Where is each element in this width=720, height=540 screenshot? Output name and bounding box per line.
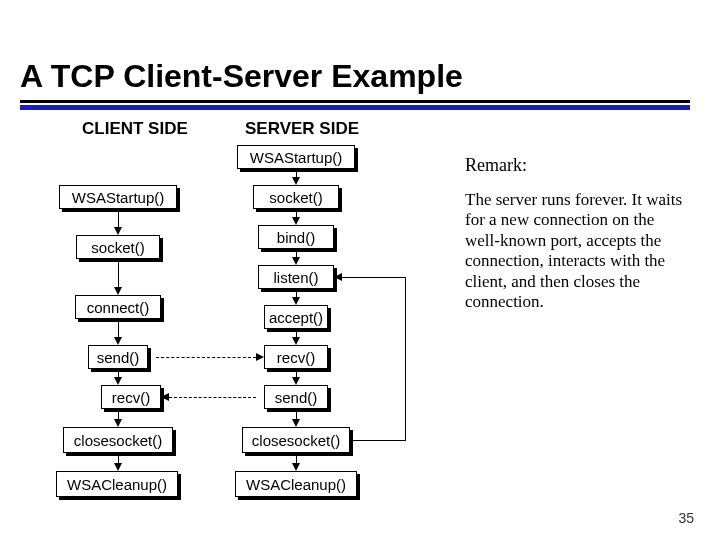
down-arrow-icon <box>292 337 300 345</box>
down-arrow-icon <box>292 297 300 305</box>
server-listen-box: listen() <box>258 265 334 289</box>
remark-body: The server runs forever. It waits for a … <box>465 190 690 312</box>
down-arrow-icon <box>292 419 300 427</box>
down-arrow-icon <box>114 227 122 235</box>
data-flow-dash <box>156 357 256 358</box>
loop-line <box>350 440 405 441</box>
down-arrow-icon <box>114 419 122 427</box>
client-column-header: CLIENT SIDE <box>82 119 188 139</box>
client-socket-box: socket() <box>76 235 160 259</box>
title-underline-thin <box>20 100 690 103</box>
loop-line <box>342 277 406 278</box>
page-number: 35 <box>678 510 694 526</box>
left-arrow-icon <box>334 273 342 281</box>
server-recv-box: recv() <box>264 345 328 369</box>
page-title: A TCP Client-Server Example <box>20 58 463 95</box>
down-arrow-icon <box>114 337 122 345</box>
down-arrow-icon <box>292 377 300 385</box>
server-column-header: SERVER SIDE <box>245 119 359 139</box>
client-connect-box: connect() <box>75 295 161 319</box>
client-wsacleanup-box: WSACleanup() <box>56 471 178 497</box>
down-arrow-icon <box>292 217 300 225</box>
arrow-line <box>118 209 119 229</box>
server-wsastartup-box: WSAStartup() <box>237 145 355 169</box>
down-arrow-icon <box>292 463 300 471</box>
client-wsastartup-box: WSAStartup() <box>59 185 177 209</box>
server-accept-box: accept() <box>264 305 328 329</box>
title-underline-blue <box>20 105 690 110</box>
arrow-line <box>118 319 119 339</box>
down-arrow-icon <box>114 377 122 385</box>
down-arrow-icon <box>292 257 300 265</box>
server-bind-box: bind() <box>258 225 334 249</box>
down-arrow-icon <box>114 287 122 295</box>
data-flow-dash <box>169 397 256 398</box>
remark-heading: Remark: <box>465 155 527 176</box>
server-wsacleanup-box: WSACleanup() <box>235 471 357 497</box>
arrow-line <box>118 259 119 289</box>
left-arrow-icon <box>161 393 169 401</box>
client-close-box: closesocket() <box>63 427 173 453</box>
loop-line <box>405 277 406 441</box>
server-send-box: send() <box>264 385 328 409</box>
down-arrow-icon <box>114 463 122 471</box>
client-send-box: send() <box>88 345 148 369</box>
server-close-box: closesocket() <box>242 427 350 453</box>
down-arrow-icon <box>292 177 300 185</box>
client-recv-box: recv() <box>101 385 161 409</box>
right-arrow-icon <box>256 353 264 361</box>
server-socket-box: socket() <box>253 185 339 209</box>
